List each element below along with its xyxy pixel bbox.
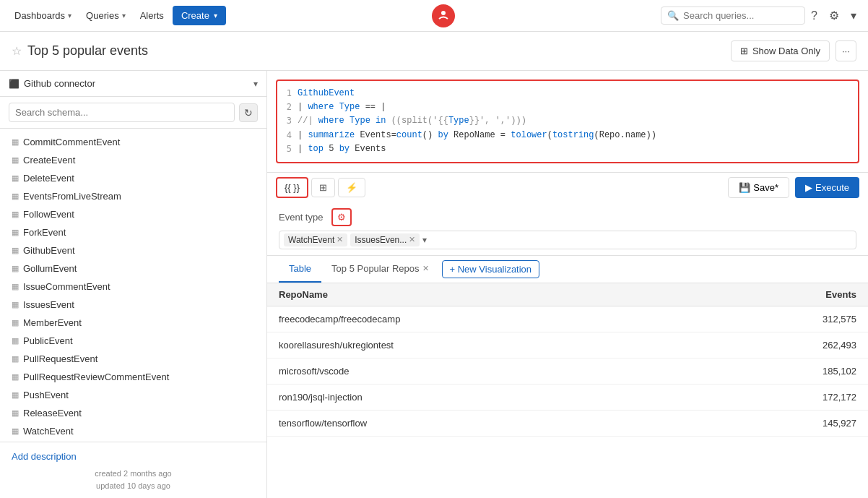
help-icon[interactable]: ? [808, 7, 820, 25]
refresh-schema-button[interactable]: ↻ [239, 103, 258, 122]
create-button[interactable]: Create ▾ [173, 6, 226, 25]
schema-item[interactable]: ▦ReleaseEvent [0, 404, 266, 422]
svg-point-0 [441, 11, 446, 15]
collapse-icon[interactable]: ▾ [848, 6, 859, 25]
schema-table-icon: ▦ [12, 336, 19, 345]
table-view-button[interactable]: ⊞ [311, 178, 335, 197]
more-dots-icon: ··· [842, 46, 850, 56]
tab-top5-label: Top 5 Popular Repos [331, 263, 419, 274]
params-area: Event type ⚙ WatchEvent✕IssuesEven...✕▾ [267, 202, 868, 256]
schema-item[interactable]: ▦EventsFromLiveStream [0, 187, 266, 205]
nav-icons: ? ⚙ ▾ [808, 6, 859, 25]
tag-remove-icon[interactable]: ✕ [337, 235, 343, 244]
star-icon[interactable]: ☆ [12, 44, 22, 58]
tag-label: WatchEvent [288, 235, 334, 245]
sidebar-footer: Add description created 2 months ago upd… [0, 442, 266, 498]
schema-item[interactable]: ▦PullRequestReviewCommentEvent [0, 368, 266, 386]
schema-item-label: IssueCommentEvent [23, 281, 110, 292]
tag-label: IssuesEven... [355, 235, 407, 245]
toolbar-right: 💾 Save* ▶ Execute [728, 177, 859, 198]
repo-name-cell: freecodecamp/freecodecamp [267, 306, 698, 332]
schema-item[interactable]: ▦PublicEvent [0, 332, 266, 350]
connector-chevron-icon[interactable]: ▾ [253, 79, 258, 89]
line-number: 4 [283, 129, 292, 142]
connector-select[interactable]: ⬛ Github connector ▾ [0, 71, 266, 97]
tag-container[interactable]: WatchEvent✕IssuesEven...✕▾ [279, 231, 856, 249]
save-button[interactable]: 💾 Save* [728, 177, 789, 198]
schema-item[interactable]: ▦WatchEvent [0, 422, 266, 440]
schema-item[interactable]: ▦IssueCommentEvent [0, 278, 266, 296]
queries-chevron-icon: ▾ [122, 12, 126, 20]
param-row: Event type ⚙ [279, 208, 856, 226]
new-visualization-button[interactable]: + New Visualization [442, 260, 540, 278]
tab-table[interactable]: Table [279, 256, 321, 283]
events-cell: 185,102 [698, 358, 868, 384]
event-type-label: Event type [279, 212, 323, 223]
schema-item[interactable]: ▦PushEvent [0, 386, 266, 404]
search-input[interactable] [683, 10, 784, 21]
settings-icon[interactable]: ⚙ [826, 6, 842, 25]
search-box[interactable]: 🔍 [661, 7, 805, 25]
schema-item-label: DeleteEvent [23, 173, 74, 184]
schema-table-icon: ▦ [12, 137, 19, 147]
schema-item-label: ReleaseEvent [23, 408, 82, 418]
tag-dropdown-icon[interactable]: ▾ [422, 235, 427, 245]
table-row: koorellasuresh/ukregiontest262,493 [267, 332, 868, 358]
schema-item[interactable]: ▦DeleteEvent [0, 169, 266, 187]
schema-table-icon: ▦ [12, 173, 19, 183]
tag-remove-icon[interactable]: ✕ [409, 235, 415, 244]
tab-close-icon[interactable]: ✕ [422, 264, 429, 273]
event-type-gear-button[interactable]: ⚙ [331, 208, 352, 226]
schema-item-label: FollowEvent [23, 209, 74, 220]
execute-button[interactable]: ▶ Execute [795, 177, 859, 198]
schema-item[interactable]: ▦PullRequestEvent [0, 350, 266, 368]
show-data-label: Show Data Only [752, 46, 820, 56]
schema-item[interactable]: ▦GollumEvent [0, 259, 266, 278]
nav-alerts[interactable]: Alerts [134, 6, 170, 25]
updated-label: updated 10 days ago [12, 480, 255, 493]
tab-top5-popular-repos[interactable]: Top 5 Popular Repos ✕ [321, 256, 438, 283]
repo-name-cell: koorellasuresh/ukregiontest [267, 332, 698, 358]
code-line: | where Type == | [298, 100, 852, 114]
line-number: 2 [283, 100, 292, 114]
schema-item[interactable]: ▦IssuesEvent [0, 296, 266, 314]
code-editor[interactable]: 12345 GithubEvent| where Type == |//| wh… [276, 80, 859, 163]
schema-item-label: CommitCommentEvent [23, 137, 120, 147]
schema-item-label: ForkEvent [23, 227, 66, 238]
table-row: microsoft/vscode185,102 [267, 358, 868, 384]
app-logo [432, 4, 455, 27]
code-line: | summarize Events=count() by RepoName =… [298, 129, 852, 142]
tab-table-label: Table [289, 263, 311, 274]
schema-item[interactable]: ▦FollowEvent [0, 205, 266, 223]
schema-item-label: PushEvent [23, 390, 69, 400]
show-data-only-button[interactable]: ⊞ Show Data Only [731, 40, 830, 61]
nav-dashboards[interactable]: Dashboards ▾ [9, 6, 77, 25]
repo-name-cell: tensorflow/tensorflow [267, 410, 698, 436]
schema-table-icon: ▦ [12, 408, 19, 418]
schema-table-icon: ▦ [12, 354, 19, 364]
nav-center [229, 4, 658, 27]
schema-item-label: GollumEvent [23, 263, 77, 274]
more-options-button[interactable]: ··· [836, 40, 856, 61]
schema-item-label: EventsFromLiveStream [23, 191, 121, 202]
main-layout: ⬛ Github connector ▾ ↻ ▦CommitCommentEve… [0, 71, 868, 498]
created-info: created 2 months ago updated 10 days ago [12, 468, 255, 493]
schema-item-label: PublicEvent [23, 335, 73, 346]
schema-item[interactable]: ▦CommitCommentEvent [0, 133, 266, 151]
event-type-tag[interactable]: WatchEvent✕ [284, 233, 347, 246]
schema-item[interactable]: ▦MemberEvent [0, 314, 266, 332]
add-description-link[interactable]: Add description [12, 451, 255, 462]
event-type-tag[interactable]: IssuesEven...✕ [350, 233, 420, 246]
params-button[interactable]: {{ }} [276, 177, 308, 198]
code-editor-inner: 12345 GithubEvent| where Type == |//| wh… [277, 81, 858, 162]
connector-icon: ⬛ [9, 79, 19, 89]
schema-item[interactable]: ▦GithubEvent [0, 241, 266, 259]
nav-queries[interactable]: Queries ▾ [80, 6, 131, 25]
create-chevron-icon: ▾ [214, 12, 217, 20]
schema-item[interactable]: ▦CreateEvent [0, 151, 266, 169]
schema-item[interactable]: ▦ForkEvent [0, 223, 266, 241]
search-schema-input[interactable] [9, 103, 235, 122]
play-icon: ▶ [805, 182, 812, 193]
events-cell: 312,575 [698, 306, 868, 332]
lightning-button[interactable]: ⚡ [338, 178, 365, 197]
